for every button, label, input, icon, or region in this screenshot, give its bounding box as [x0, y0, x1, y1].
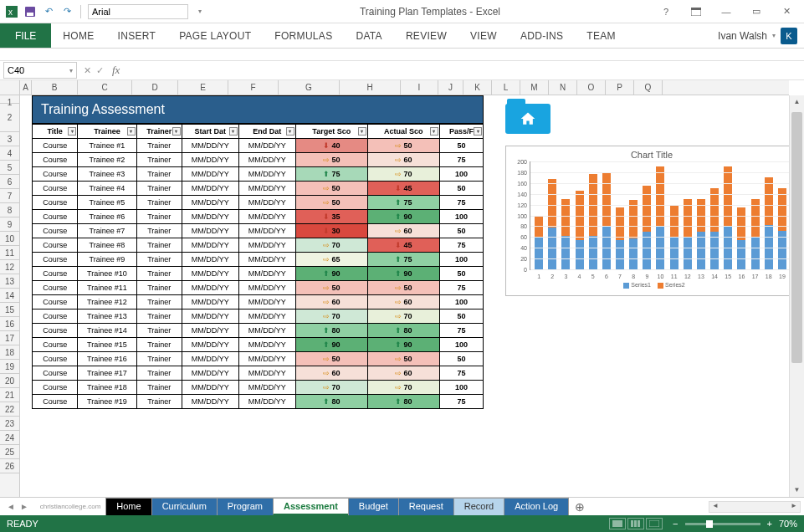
table-row[interactable]: CourseTrainee #13TrainerMM/DD/YYMM/DD/YY… — [33, 309, 484, 324]
table-cell[interactable]: Course — [33, 210, 78, 224]
redo-icon[interactable]: ↷ — [60, 5, 74, 18]
table-cell[interactable]: MM/DD/YY — [182, 366, 238, 381]
table-cell[interactable]: Course — [33, 381, 78, 395]
table-cell[interactable]: Trainer — [136, 210, 182, 224]
table-header[interactable]: Trainer▾ — [136, 125, 182, 139]
table-header[interactable]: Actual Sco▾ — [367, 125, 439, 139]
table-cell[interactable]: MM/DD/YY — [238, 196, 295, 210]
row-header[interactable]: 14 — [0, 289, 19, 303]
row-header[interactable]: 15 — [0, 303, 19, 317]
table-cell[interactable]: MM/DD/YY — [182, 295, 238, 309]
pass-cell[interactable]: 75 — [439, 395, 483, 409]
table-cell[interactable]: MM/DD/YY — [182, 309, 238, 324]
table-cell[interactable]: MM/DD/YY — [238, 253, 295, 267]
row-header[interactable]: 2 — [0, 104, 19, 132]
table-header[interactable]: Trainee▾ — [78, 125, 136, 139]
row-header[interactable]: 3 — [0, 132, 19, 146]
table-cell[interactable]: Trainee #7 — [78, 224, 136, 238]
table-header[interactable]: Target Sco▾ — [295, 125, 367, 139]
hscroll-left-icon[interactable]: ◄ — [709, 502, 721, 512]
table-cell[interactable]: Trainee #11 — [78, 281, 136, 295]
filter-dropdown-icon[interactable]: ▾ — [430, 127, 438, 136]
actual-score-cell[interactable]: ⇨ 50 — [367, 139, 439, 153]
table-cell[interactable]: MM/DD/YY — [182, 281, 238, 295]
row-header[interactable]: 25 — [0, 445, 19, 459]
table-cell[interactable]: MM/DD/YY — [238, 381, 295, 395]
table-cell[interactable]: MM/DD/YY — [182, 338, 238, 352]
pass-cell[interactable]: 50 — [439, 224, 483, 238]
cancel-formula-icon[interactable]: ✕ — [84, 65, 91, 76]
pass-cell[interactable]: 100 — [439, 210, 483, 224]
maximize-icon[interactable]: ▭ — [745, 3, 767, 20]
target-score-cell[interactable]: ⇨ 65 — [295, 253, 367, 267]
scroll-thumb[interactable] — [791, 112, 802, 363]
table-row[interactable]: CourseTrainee #11TrainerMM/DD/YYMM/DD/YY… — [33, 281, 484, 295]
actual-score-cell[interactable]: ⇨ 70 — [367, 309, 439, 324]
table-row[interactable]: CourseTrainee #9TrainerMM/DD/YYMM/DD/YY⇨… — [33, 253, 484, 267]
table-cell[interactable]: MM/DD/YY — [182, 196, 238, 210]
actual-score-cell[interactable]: ⬆ 80 — [367, 395, 439, 409]
row-header[interactable]: 4 — [0, 146, 19, 161]
target-score-cell[interactable]: ⇨ 50 — [295, 153, 367, 167]
sheet-tab-assessment[interactable]: Assessment — [273, 498, 349, 515]
row-header[interactable]: 23 — [0, 417, 19, 431]
filter-dropdown-icon[interactable]: ▾ — [286, 127, 294, 136]
table-cell[interactable]: Trainee #9 — [78, 253, 136, 267]
column-header[interactable]: K — [463, 80, 492, 95]
scroll-down-icon[interactable]: ▼ — [790, 483, 804, 497]
sheet-tab-action-log[interactable]: Action Log — [504, 498, 569, 515]
target-score-cell[interactable]: ⇨ 70 — [295, 309, 367, 324]
table-cell[interactable]: MM/DD/YY — [182, 153, 238, 167]
table-cell[interactable]: Course — [33, 153, 78, 167]
table-header[interactable]: Start Dat▾ — [182, 125, 238, 139]
table-row[interactable]: CourseTrainee #3TrainerMM/DD/YYMM/DD/YY⬆… — [33, 167, 484, 182]
ribbon-tab-review[interactable]: REVIEW — [394, 23, 458, 48]
table-cell[interactable]: MM/DD/YY — [182, 182, 238, 196]
table-cell[interactable]: Trainer — [136, 295, 182, 309]
close-icon[interactable]: ✕ — [776, 3, 797, 20]
tab-next-icon[interactable]: ► — [18, 502, 30, 511]
excel-icon[interactable]: x — [5, 5, 18, 18]
column-header[interactable]: J — [438, 80, 463, 95]
ribbon-tab-view[interactable]: VIEW — [458, 23, 509, 48]
actual-score-cell[interactable]: ⇨ 60 — [367, 153, 439, 167]
pass-cell[interactable]: 100 — [439, 338, 483, 352]
sheet-tab-budget[interactable]: Budget — [348, 498, 399, 515]
hscroll-right-icon[interactable]: ► — [788, 502, 800, 512]
table-cell[interactable]: Trainee #13 — [78, 309, 136, 324]
table-cell[interactable]: MM/DD/YY — [238, 338, 295, 352]
table-cell[interactable]: Trainee #19 — [78, 395, 136, 409]
zoom-in-icon[interactable]: + — [766, 519, 774, 529]
actual-score-cell[interactable]: ⇨ 50 — [367, 352, 439, 366]
formula-input[interactable] — [130, 62, 804, 79]
pass-cell[interactable]: 75 — [439, 281, 483, 295]
table-row[interactable]: CourseTrainee #8TrainerMM/DD/YYMM/DD/YY⇨… — [33, 238, 484, 253]
ribbon-tab-team[interactable]: TEAM — [575, 23, 627, 48]
pass-cell[interactable]: 50 — [439, 139, 483, 153]
target-score-cell[interactable]: ⬆ 90 — [295, 338, 367, 352]
table-cell[interactable]: MM/DD/YY — [238, 267, 295, 281]
page-break-view-icon[interactable] — [646, 518, 663, 529]
qat-dropdown-icon[interactable]: ▾ — [193, 5, 207, 18]
add-sheet-icon[interactable]: ⊕ — [568, 500, 591, 514]
table-cell[interactable]: MM/DD/YY — [238, 324, 295, 338]
fx-icon[interactable]: fx — [109, 64, 123, 77]
row-header[interactable]: 9 — [0, 217, 19, 232]
row-header[interactable]: 21 — [0, 388, 19, 402]
row-header[interactable]: 1 — [0, 95, 19, 104]
table-cell[interactable]: MM/DD/YY — [182, 210, 238, 224]
table-row[interactable]: CourseTrainee #16TrainerMM/DD/YYMM/DD/YY… — [33, 352, 484, 366]
ribbon-tab-add-ins[interactable]: ADD-INS — [509, 23, 575, 48]
table-cell[interactable]: Trainee #12 — [78, 295, 136, 309]
table-header[interactable]: Title▾ — [33, 125, 78, 139]
sheet-tab-home[interactable]: Home — [105, 498, 151, 515]
table-cell[interactable]: MM/DD/YY — [182, 352, 238, 366]
table-cell[interactable]: Course — [33, 139, 78, 153]
table-cell[interactable]: Course — [33, 167, 78, 182]
table-cell[interactable]: MM/DD/YY — [182, 253, 238, 267]
table-row[interactable]: CourseTrainee #1TrainerMM/DD/YYMM/DD/YY⬇… — [33, 139, 484, 153]
table-row[interactable]: CourseTrainee #12TrainerMM/DD/YYMM/DD/YY… — [33, 295, 484, 309]
table-cell[interactable]: Trainer — [136, 253, 182, 267]
row-header[interactable]: 5 — [0, 161, 19, 175]
table-cell[interactable]: Course — [33, 196, 78, 210]
